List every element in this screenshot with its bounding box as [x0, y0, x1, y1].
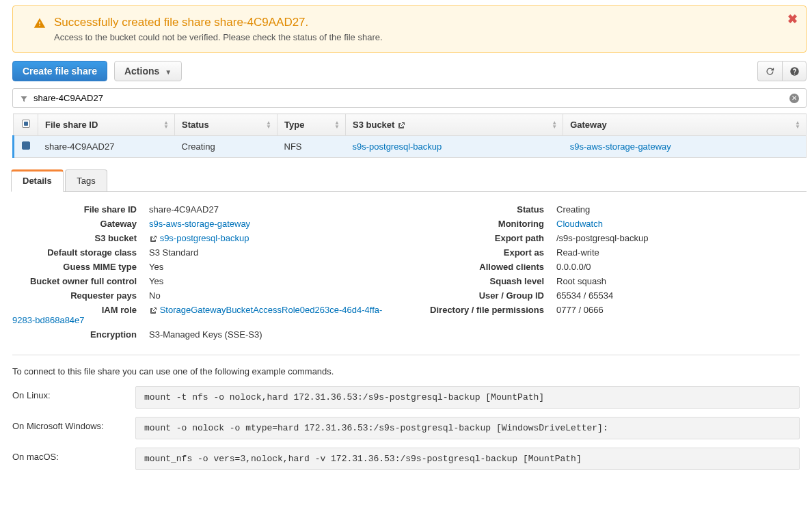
toolbar: Create file share Actions ▼: [12, 61, 807, 81]
value-dir-file-perm: 0777 / 0666: [556, 305, 800, 315]
filter-input[interactable]: [33, 93, 789, 103]
success-alert: ✖ Successfully created file share share-…: [12, 5, 807, 53]
actions-label: Actions: [124, 66, 159, 77]
details-panel: File share IDshare-4C9AAD27 Gateways9s-a…: [5, 192, 807, 485]
value-user-group-id: 65534 / 65534: [556, 290, 800, 301]
actions-dropdown-button[interactable]: Actions ▼: [114, 61, 182, 81]
col-file-share-id[interactable]: File share ID▲▼: [38, 114, 175, 136]
refresh-button[interactable]: [757, 61, 782, 81]
sort-icon: ▲▼: [795, 121, 800, 129]
cell-bucket-link[interactable]: s9s-postgresql-backup: [353, 141, 442, 152]
close-alert-icon[interactable]: ✖: [787, 12, 798, 27]
label-iam-role: IAM role: [12, 305, 149, 315]
value-status: Creating: [556, 204, 800, 215]
label-requester-pays: Requester pays: [12, 290, 149, 301]
sort-icon: ▲▼: [334, 121, 340, 129]
macos-label: On macOS:: [12, 448, 135, 462]
value-s3-bucket-link[interactable]: s9s-postgresql-backup: [160, 233, 249, 243]
value-export-as: Read-write: [556, 247, 800, 258]
windows-label: On Microsoft Windows:: [12, 417, 135, 431]
cell-type: NFS: [278, 136, 346, 158]
external-link-icon: [397, 122, 405, 130]
cell-file-share-id: share-4C9AAD27: [38, 136, 175, 158]
windows-command[interactable]: mount -o nolock -o mtype=hard 172.31.36.…: [135, 417, 800, 439]
filter-icon: [20, 93, 28, 103]
value-export-path: /s9s-postgresql-backup: [556, 233, 800, 243]
sort-icon: ▲▼: [266, 121, 271, 129]
label-storage-class: Default storage class: [12, 247, 149, 258]
cell-gateway-link[interactable]: s9s-aws-storage-gateway: [570, 141, 671, 152]
external-link-icon: [149, 235, 157, 243]
label-file-share-id: File share ID: [12, 204, 149, 215]
macos-command[interactable]: mount_nfs -o vers=3,nolock,hard -v 172.3…: [135, 448, 800, 470]
tab-tags[interactable]: Tags: [65, 169, 107, 191]
linux-label: On Linux:: [12, 386, 135, 400]
value-bucket-owner: Yes: [149, 276, 392, 286]
col-status[interactable]: Status▲▼: [175, 114, 278, 136]
label-bucket-owner: Bucket owner full control: [12, 276, 149, 286]
help-button[interactable]: [782, 61, 807, 81]
label-monitoring: Monitoring: [420, 219, 556, 229]
col-gateway[interactable]: Gateway▲▼: [563, 114, 807, 136]
external-link-icon: [149, 307, 157, 315]
label-export-as: Export as: [420, 247, 556, 258]
value-allowed-clients: 0.0.0.0/0: [556, 262, 800, 272]
label-export-path: Export path: [420, 233, 556, 243]
value-encryption: S3-Managed Keys (SSE-S3): [149, 329, 392, 340]
label-guess-mime: Guess MIME type: [12, 262, 149, 272]
connect-intro: To connect to this file share you can us…: [12, 366, 800, 376]
clear-filter-icon[interactable]: ✕: [789, 94, 799, 103]
label-squash-level: Squash level: [420, 276, 556, 286]
value-gateway-link[interactable]: s9s-aws-storage-gateway: [149, 219, 250, 229]
tabs: Details Tags: [11, 169, 807, 192]
value-file-share-id: share-4C9AAD27: [149, 204, 392, 215]
filter-bar: ✕: [12, 88, 807, 108]
sort-icon: ▲▼: [552, 121, 557, 129]
col-s3-bucket[interactable]: S3 bucket ▲▼: [346, 114, 563, 136]
divider: [12, 355, 800, 355]
label-encryption: Encryption: [12, 329, 149, 340]
cell-status: Creating: [175, 136, 278, 158]
value-squash-level: Root squash: [556, 276, 800, 286]
label-status: Status: [420, 204, 556, 215]
warning-icon: [33, 16, 46, 30]
row-checkbox[interactable]: [22, 141, 30, 150]
label-gateway: Gateway: [12, 219, 149, 229]
select-all-header[interactable]: [14, 114, 38, 136]
value-guess-mime: Yes: [149, 262, 392, 272]
alert-title: Successfully created file share share-4C…: [54, 16, 779, 29]
help-icon: [789, 66, 800, 77]
label-allowed-clients: Allowed clients: [420, 262, 556, 272]
alert-text: Access to the bucket could not be verifi…: [54, 32, 779, 42]
checkbox-icon: [22, 120, 30, 128]
col-type[interactable]: Type▲▼: [278, 114, 346, 136]
create-file-share-button[interactable]: Create file share: [12, 61, 107, 81]
label-dir-file-perm: Directory / file permissions: [420, 305, 556, 315]
table-row[interactable]: share-4C9AAD27 Creating NFS s9s-postgres…: [14, 136, 807, 158]
value-requester-pays: No: [149, 290, 392, 301]
label-user-group-id: User / Group ID: [420, 290, 556, 301]
file-shares-table: File share ID▲▼ Status▲▼ Type▲▼ S3 bucke…: [12, 113, 807, 158]
sort-icon: ▲▼: [163, 121, 169, 129]
chevron-down-icon: ▼: [165, 68, 172, 76]
label-s3-bucket: S3 bucket: [12, 233, 149, 243]
linux-command[interactable]: mount -t nfs -o nolock,hard 172.31.36.53…: [135, 386, 800, 409]
refresh-icon: [765, 66, 775, 77]
value-storage-class: S3 Standard: [149, 247, 392, 258]
value-monitoring-link[interactable]: Cloudwatch: [556, 219, 603, 229]
tab-details[interactable]: Details: [11, 169, 64, 192]
